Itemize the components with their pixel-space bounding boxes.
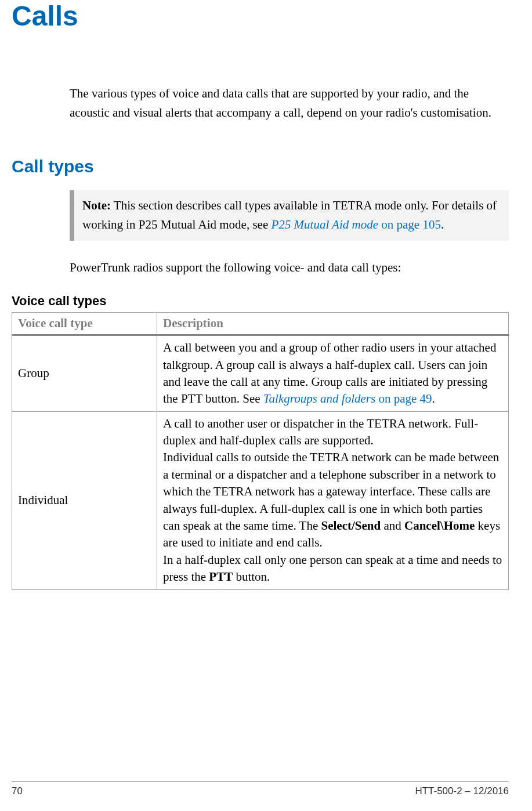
note-link-page[interactable]: on page 105: [378, 218, 441, 231]
page-number: 70: [12, 785, 23, 797]
individual-para1: A call to another user or dispatcher in …: [163, 415, 502, 450]
intro-paragraph: The various types of voice and data call…: [70, 84, 509, 122]
voice-call-types-heading: Voice call types: [12, 294, 509, 309]
cell-type-individual: Individual: [12, 411, 157, 589]
group-desc-link[interactable]: Talkgroups and folders: [263, 392, 375, 406]
ptt-key: PTT: [209, 570, 233, 584]
note-block: Note: This section describes call types …: [70, 190, 509, 241]
individual-para2: Individual calls to outside the TETRA ne…: [163, 449, 502, 551]
voice-call-types-table: Voice call type Description Group A call…: [12, 312, 509, 590]
cell-desc-individual: A call to another user or dispatcher in …: [157, 411, 509, 589]
section-call-types-heading: Call types: [12, 157, 509, 176]
page-footer: 70 HTT-500-2 – 12/2016: [12, 781, 509, 797]
note-period: .: [441, 218, 444, 231]
cancel-home-key: Cancel\Home: [404, 519, 475, 533]
cell-desc-group: A call between you and a group of other …: [157, 335, 509, 412]
cell-type-group: Group: [12, 335, 157, 412]
doc-id: HTT-500-2 – 12/2016: [415, 785, 509, 797]
note-link[interactable]: P25 Mutual Aid mode: [271, 218, 378, 231]
group-desc-link-page[interactable]: on page 49: [375, 392, 432, 406]
select-send-key: Select/Send: [321, 519, 381, 533]
support-line: PowerTrunk radios support the following …: [70, 258, 509, 277]
note-label: Note:: [82, 198, 111, 212]
table-row: Individual A call to another user or dis…: [12, 411, 509, 589]
table-header-description: Description: [157, 312, 509, 335]
table-row: Group A call between you and a group of …: [12, 335, 509, 412]
page-title: Calls: [12, 0, 509, 32]
individual-para3: In a half-duplex call only one person ca…: [163, 552, 502, 586]
group-desc-period: .: [432, 392, 435, 406]
individual-para2-mid: and: [381, 519, 404, 533]
table-header-type: Voice call type: [12, 312, 157, 335]
individual-para3-post: button.: [233, 570, 270, 584]
